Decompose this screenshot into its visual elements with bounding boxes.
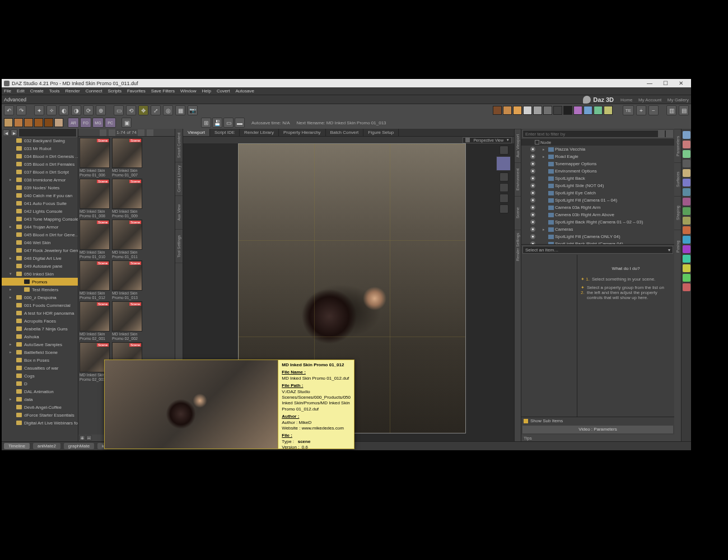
visibility-eye-icon[interactable] <box>530 234 535 239</box>
color-swatch[interactable] <box>573 106 582 115</box>
tree-row[interactable]: ▸044 Trojan Armor <box>2 223 78 231</box>
select-tool[interactable]: ▭ <box>114 105 124 115</box>
visibility-eye-icon[interactable] <box>530 176 535 181</box>
activity-button[interactable] <box>683 245 690 253</box>
tool-button[interactable]: ▣ <box>122 118 132 128</box>
tool-button[interactable]: ▦ <box>175 105 185 115</box>
pager-next[interactable] <box>138 129 144 136</box>
window-minimize-button[interactable]: — <box>642 79 657 87</box>
tab-content-library[interactable]: Content Library <box>175 162 183 196</box>
menu-render[interactable]: Render <box>64 88 81 94</box>
search-add-button[interactable] <box>658 130 665 137</box>
tree-nav-fwd[interactable]: ▸ <box>11 129 17 136</box>
tree-row[interactable]: 037 Blood n Dirt Script <box>2 168 78 176</box>
tab-scene[interactable]: Scene <box>515 196 521 230</box>
tree-row[interactable]: 046 Wet Skin <box>2 239 78 246</box>
menu-covert[interactable]: Covert <box>216 88 231 94</box>
content-thumbnail[interactable]: SceneMD Inked Skin Promo 01_008 <box>80 179 110 218</box>
visibility-eye-icon[interactable] <box>530 183 535 188</box>
visibility-eye-icon[interactable] <box>530 220 535 225</box>
activity-button[interactable] <box>683 150 690 158</box>
menu-bar[interactable]: File Edit Create Tools Render Connect Sc… <box>2 87 691 95</box>
outliner-row[interactable]: ▸Road Eagle <box>521 153 674 160</box>
tree-row[interactable]: 049 Autosave pane <box>2 262 78 270</box>
expand-arrow-icon[interactable]: ▸ <box>10 295 12 300</box>
activity-button[interactable] <box>683 236 690 244</box>
camera-selector[interactable]: Perspective View ▾ <box>463 137 512 143</box>
content-thumbnail[interactable]: SceneMD Inked Skin Promo 01_007 <box>112 138 142 178</box>
visibility-eye-icon[interactable] <box>530 154 535 159</box>
tab-batch-convert[interactable]: Batch Convert <box>326 129 364 136</box>
visibility-eye-icon[interactable] <box>530 212 535 217</box>
tab-viewport[interactable]: Viewport <box>183 129 210 136</box>
menu-scripts[interactable]: Scripts <box>106 88 122 94</box>
expand-arrow-icon[interactable]: ▸ <box>10 342 12 347</box>
tree-row[interactable]: ▸Test Renders <box>2 286 78 293</box>
menu-edit[interactable]: Edit <box>16 88 26 94</box>
tool-button[interactable]: ◐ <box>59 105 69 115</box>
tree-row[interactable]: 035 Blood n Dirt Females <box>2 160 78 168</box>
plus-button[interactable]: + <box>636 105 646 115</box>
tree-row[interactable]: 045 Blood n Dirt for Gene… <box>2 231 78 239</box>
window-close-button[interactable]: ✕ <box>673 79 689 87</box>
activity-button[interactable] <box>683 274 690 282</box>
tree-search-input[interactable] <box>18 128 77 137</box>
color-swatch[interactable] <box>34 118 43 127</box>
tab-timeline[interactable]: Timeline <box>4 443 30 449</box>
tool-button[interactable]: ◑ <box>71 105 81 115</box>
tree-row[interactable]: ▸data <box>2 395 78 403</box>
menu-favorites[interactable]: Favorites <box>126 88 147 94</box>
window-titlebar[interactable]: DAZ Studio 4.21 Pro - MD Inked Skin Prom… <box>2 79 691 87</box>
tree-row[interactable]: Box n Poses <box>2 356 78 364</box>
expand-arrow-icon[interactable]: ▸ <box>543 227 547 232</box>
activity-button[interactable] <box>683 198 690 206</box>
tool-box-pc[interactable]: PC <box>105 118 116 128</box>
tree-row[interactable]: Digital Art Live Webinars for … <box>2 419 78 427</box>
undo-button[interactable]: ↶ <box>4 105 14 115</box>
content-thumbnail[interactable]: SceneMD Inked Skin Promo 01_009 <box>112 179 142 218</box>
tab-aux-view[interactable]: Aux View <box>175 196 183 230</box>
tree-row[interactable]: ▾050 Inked Skin <box>2 270 78 278</box>
tree-row[interactable]: Ashoka <box>2 333 78 340</box>
tab-render-library[interactable]: Render Library <box>240 129 279 136</box>
activity-button[interactable] <box>683 179 690 186</box>
color-swatch[interactable] <box>533 106 542 115</box>
pager-last[interactable] <box>147 129 153 136</box>
outliner-row[interactable]: Tonemapper Options <box>521 160 674 167</box>
tab-smart-content[interactable]: Smart Content <box>175 129 183 162</box>
thumb-add[interactable]: + <box>80 435 85 441</box>
tree-row[interactable]: ▸AutoSave Samples <box>2 340 78 348</box>
tool-button[interactable]: ▬ <box>235 118 245 128</box>
color-swatch[interactable] <box>584 106 592 115</box>
tree-row[interactable]: Acropolis Faces <box>2 317 78 325</box>
expand-arrow-icon[interactable]: ▸ <box>10 350 12 354</box>
activity-button[interactable] <box>683 160 690 167</box>
tab-tool-settings[interactable]: Tool Settings <box>175 230 183 263</box>
tool-button[interactable]: ▤ <box>679 105 689 115</box>
video-button[interactable]: Video : Parameters <box>522 426 673 433</box>
expand-arrow-icon[interactable]: ▸ <box>10 225 12 229</box>
tool-button[interactable]: ▥ <box>666 105 676 115</box>
menu-autosave[interactable]: Autosave <box>235 88 255 94</box>
content-thumbnail[interactable]: SceneMD Inked Skin Promo 02_001 <box>80 301 110 341</box>
menu-help[interactable]: Help <box>200 88 212 94</box>
visibility-eye-icon[interactable] <box>530 227 535 232</box>
tree-row[interactable]: D <box>2 380 78 388</box>
outliner-row[interactable]: SpotLight Fill (Camera 01 – 04) <box>521 197 674 204</box>
color-swatch[interactable] <box>594 106 603 115</box>
property-group-list[interactable] <box>521 255 577 417</box>
layout-label[interactable]: Advanced <box>4 97 26 102</box>
expand-arrow-icon[interactable]: ▸ <box>10 256 12 260</box>
tool-button[interactable]: ⊞ <box>201 118 211 128</box>
tree-row[interactable]: Casualties of war <box>2 364 78 372</box>
tree-row[interactable]: 032 Backyard Swing <box>2 137 78 144</box>
content-thumbnail[interactable]: SceneMD Inked Skin Promo 01_010 <box>80 220 110 259</box>
outliner-row[interactable]: ▸Cameras <box>521 226 674 233</box>
outliner-row[interactable]: SpotLight Back Right (Camera 04) <box>521 240 674 244</box>
expand-arrow-icon[interactable]: ▸ <box>543 147 547 152</box>
tab-parameters[interactable]: Parameters <box>674 129 681 162</box>
tree-row[interactable]: Cogs <box>2 372 78 380</box>
outliner-row[interactable]: Camera 03b Right Arm Above <box>521 211 674 218</box>
tool-button[interactable]: ⟳ <box>83 105 94 115</box>
tab-graphmate[interactable]: graphMate <box>64 443 94 449</box>
